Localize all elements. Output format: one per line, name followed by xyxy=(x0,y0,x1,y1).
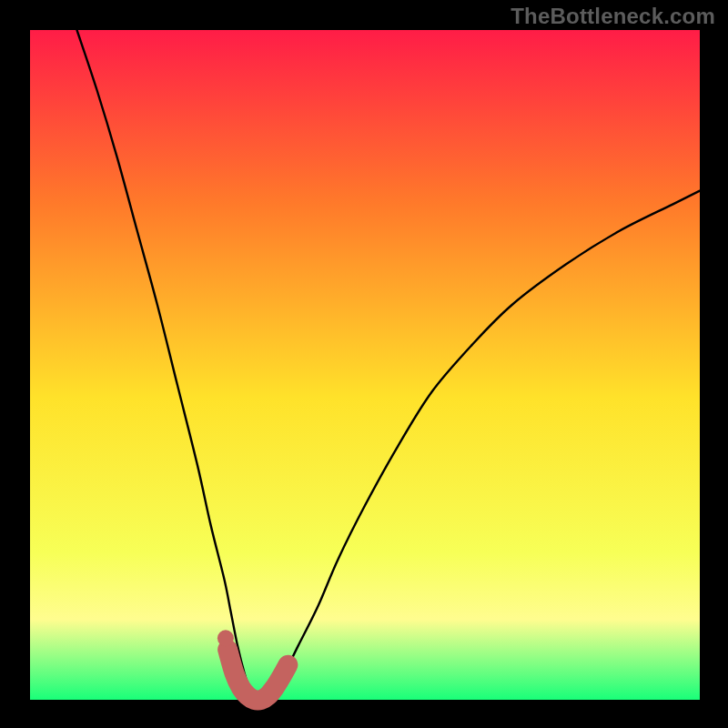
optimal-region-start-dot xyxy=(217,630,234,646)
watermark-text: TheBottleneck.com xyxy=(511,4,715,29)
bottleneck-chart-svg xyxy=(0,0,728,728)
plot-area xyxy=(30,30,700,700)
chart-stage: TheBottleneck.com xyxy=(0,0,728,728)
